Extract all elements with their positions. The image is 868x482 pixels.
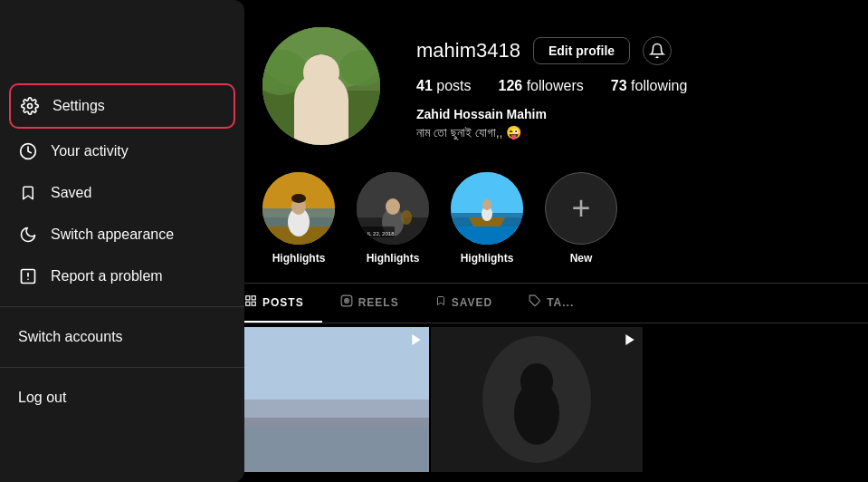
menu-item-your-activity[interactable]: Your activity [0,130,244,172]
posts-grid-preview [217,323,868,476]
avatar [262,27,380,145]
followers-stat[interactable]: 126 followers [499,78,584,94]
saved-tab-label: SAVED [452,296,492,309]
profile-area: mahim3418 Edit profile 41 posts 126 foll… [217,0,868,482]
svg-rect-45 [217,400,429,427]
bio-name: Zahid Hossain Mahim [416,107,841,121]
stats-row: 41 posts 126 followers 73 following [416,78,841,94]
highlight-image-3 [451,172,523,245]
svg-point-25 [386,198,400,215]
highlight-circle-1 [262,172,335,245]
reels-icon [340,294,353,310]
svg-point-12 [309,54,334,69]
reels-tab-label: REELS [358,296,399,309]
username-row: mahim3418 Edit profile [416,36,841,65]
highlights-section: Highlights JUL 22, 2018 [217,163,868,284]
menu-item-switch-appearance[interactable]: Switch appearance [0,214,244,255]
menu-label-report-problem: Report a problem [51,268,163,284]
tagged-icon [529,294,541,310]
highlight-label-1: Highlights [272,252,326,265]
svg-rect-6 [262,91,380,145]
tabs-row: POSTS REELS SAVED [217,284,868,323]
svg-point-50 [520,363,553,400]
highlight-item-new[interactable]: + New [545,172,617,265]
menu-divider-1 [0,306,244,307]
menu-label-switch-appearance: Switch appearance [51,227,174,243]
svg-rect-14 [322,72,331,79]
svg-point-11 [309,60,334,89]
highlight-item-3[interactable]: Highlights [451,172,523,265]
svg-point-40 [346,300,348,302]
menu-item-saved[interactable]: Saved [0,172,244,214]
highlight-circle-new: + [545,172,617,245]
menu-label-settings: Settings [52,98,105,114]
menu-item-switch-accounts[interactable]: Switch accounts [0,316,244,358]
menu-label-your-activity: Your activity [51,143,129,159]
svg-rect-13 [311,72,320,79]
profile-info: mahim3418 Edit profile 41 posts 126 foll… [416,27,841,140]
settings-icon [20,96,40,116]
menu-item-logout[interactable]: Log out [0,377,244,419]
switch-accounts-label: Switch accounts [18,329,123,344]
logout-label: Log out [18,390,66,405]
highlight-label-3: Highlights [461,252,514,265]
menu-divider-2 [0,367,244,368]
svg-point-21 [291,194,306,203]
posts-stat: 41 posts [416,78,472,94]
moon-icon [18,225,38,245]
tab-tagged[interactable]: TA... [510,284,592,323]
highlight-label-2: Highlights [367,252,420,265]
tagged-tab-label: TA... [547,296,574,309]
menu-item-settings[interactable]: Settings [9,83,235,129]
reel-indicator-2 [623,333,637,351]
highlight-item-2[interactable]: JUL 22, 2018 Highlights [357,172,429,265]
svg-point-26 [401,210,412,225]
highlight-item-1[interactable]: Highlights [262,172,335,265]
menu-item-report-problem[interactable]: Report a problem [0,255,244,297]
side-menu: Settings Your activity Saved Switch appe… [0,0,244,482]
following-stat[interactable]: 73 following [611,78,688,94]
svg-rect-37 [252,302,255,305]
highlight-label-new: New [570,252,593,265]
svg-point-0 [28,104,33,109]
highlight-image-2: JUL 22, 2018 [357,172,429,245]
svg-text:JUL 22, 2018: JUL 22, 2018 [362,231,395,236]
edit-profile-button[interactable]: Edit profile [533,37,630,64]
highlight-circle-2: JUL 22, 2018 [357,172,429,245]
post-thumbnail-2[interactable] [431,327,643,472]
tab-saved[interactable]: SAVED [417,284,510,323]
reel-indicator-1 [409,333,424,351]
saved-icon [18,183,38,203]
avatar-image [262,27,380,145]
highlight-circle-3 [451,172,523,245]
highlight-image-1 [262,172,335,245]
warning-icon [18,266,38,286]
bio-text: নাম তো ছুনাই যোগা,, 😜 [416,125,841,140]
svg-point-10 [303,70,339,120]
posts-grid-icon [244,294,257,310]
profile-top: mahim3418 Edit profile 41 posts 126 foll… [217,0,868,163]
saved-tab-icon [435,294,446,310]
notification-icon[interactable] [643,36,672,65]
avatar-svg [262,27,380,145]
svg-marker-42 [412,334,420,345]
add-highlight-icon: + [571,189,590,227]
username: mahim3418 [416,39,520,63]
svg-rect-34 [246,296,250,300]
posts-tab-label: POSTS [262,296,304,309]
svg-rect-36 [246,302,250,305]
svg-rect-35 [252,296,255,300]
activity-icon [18,141,38,161]
svg-marker-46 [625,334,634,345]
menu-label-saved: Saved [51,185,91,201]
post-thumbnail-1[interactable] [217,327,429,472]
svg-point-33 [482,199,491,210]
tab-reels[interactable]: REELS [322,284,417,323]
